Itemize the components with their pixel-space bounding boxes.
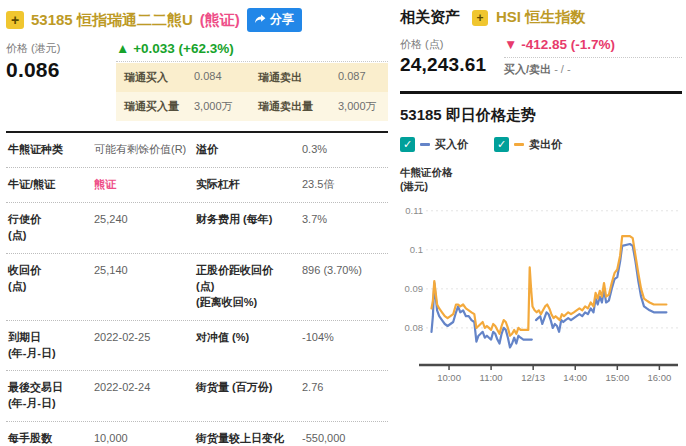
table-row: 收回价 (点)25,140正股价距收回价 (点) (距离收回%)896 (3.7… <box>6 254 388 321</box>
up-triangle-icon: ▲ <box>116 41 129 56</box>
legend-line-swatch <box>420 143 430 146</box>
table-row: 牛熊证种类可能有剩馀价值(R)溢价0.3% <box>6 133 388 168</box>
bid-ask-value: - / - <box>554 63 571 75</box>
legend-label: 买入价 <box>435 137 468 152</box>
warrant-price: 价格 (港元) 0.086 <box>6 41 116 121</box>
table-cell-l2: 街货量较上日变化 (份) <box>196 431 302 446</box>
legend-line-swatch <box>514 143 524 146</box>
table-cell-l1: 行使价 (点) <box>8 212 94 244</box>
intraday-chart: 0.080.090.10.1110:0011:0012/1314:0015:00… <box>400 195 682 395</box>
separator <box>116 61 388 62</box>
separator <box>504 57 682 58</box>
share-arrow-icon <box>254 14 266 25</box>
table-cell-v2: 2.76 <box>302 380 388 412</box>
table-cell-v1: 2022-02-25 <box>94 330 196 362</box>
section-divider <box>400 91 682 94</box>
asset-title: HSI 恒生指数 <box>496 8 585 27</box>
asset-bid-ask: 买入/卖出 - / - <box>504 62 682 77</box>
warrant-quote-page: + 53185 恒指瑞通二二熊U (熊证) 分享 价格 (港元) 0.086 ▲… <box>0 0 686 446</box>
add-watchlist-icon[interactable]: + <box>6 11 24 29</box>
table-cell-l1: 最後交易日 (年-月-日) <box>8 380 94 412</box>
table-cell-v1: 2022-02-24 <box>94 380 196 412</box>
warrant-header: + 53185 恒指瑞通二二熊U (熊证) 分享 <box>6 8 388 32</box>
svg-text:0.08: 0.08 <box>405 322 424 333</box>
table-cell-l1: 牛熊证种类 <box>8 142 94 158</box>
asset-last-price: 24,243.61 <box>400 54 504 76</box>
related-asset-label: 相关资产 <box>400 8 460 27</box>
table-cell-l1: 到期日 (年-月-日) <box>8 330 94 362</box>
svg-text:14:00: 14:00 <box>563 372 587 383</box>
table-cell-v1: 熊证 <box>94 177 196 193</box>
warrant-change-and-quote: ▲ +0.033 (+62.3%) 瑞通买入 0.084 瑞通卖出 0.087 … <box>116 41 388 121</box>
table-cell-l1: 每手股数 <box>8 431 94 446</box>
table-cell-v2: -104% <box>302 330 388 362</box>
bid-ask-label: 买入/卖出 <box>504 63 551 75</box>
table-cell-v2: -550,000 <box>302 431 388 446</box>
chart-y-axis-title: 牛熊证价格 (港元) <box>400 166 682 193</box>
issuer-ask-label: 瑞通卖出 <box>258 70 338 85</box>
price-unit-label: 价格 (港元) <box>6 41 116 56</box>
table-cell-l2: 财务费用 (每年) <box>196 212 302 244</box>
issuer-bid-vol-value: 3,000万 <box>194 99 258 114</box>
table-cell-v1: 25,240 <box>94 212 196 244</box>
issuer-ask-vol-label: 瑞通卖出量 <box>258 99 338 114</box>
svg-text:12/13: 12/13 <box>521 372 545 383</box>
table-cell-v2: 23.5倍 <box>302 177 388 193</box>
table-cell-l2: 街货量 (百万份) <box>196 380 302 412</box>
table-cell-l2: 正股价距收回价 (点) (距离收回%) <box>196 263 302 311</box>
warrant-type-tag: (熊证) <box>200 11 240 30</box>
table-cell-v2: 0.3% <box>302 142 388 158</box>
legend-label: 卖出价 <box>529 137 562 152</box>
down-triangle-icon: ▼ <box>504 37 517 52</box>
change-value: +0.033 (+62.3%) <box>133 41 234 56</box>
warrant-price-block: 价格 (港元) 0.086 ▲ +0.033 (+62.3%) 瑞通买入 0.0… <box>6 41 388 121</box>
table-cell-l2: 对冲值 (%) <box>196 330 302 362</box>
svg-text:0.11: 0.11 <box>405 205 423 216</box>
table-cell-l2: 实际杠杆 <box>196 177 302 193</box>
svg-text:11:00: 11:00 <box>480 372 503 383</box>
warrant-panel: + 53185 恒指瑞通二二熊U (熊证) 分享 价格 (港元) 0.086 ▲… <box>6 8 388 446</box>
asset-price-block: 价格 (点) 24,243.61 ▼ -412.85 (-1.7%) 买入/卖出… <box>400 37 682 77</box>
table-row: 牛证/熊证熊证实际杠杆23.5倍 <box>6 168 388 203</box>
issuer-ask-vol-value: 3,000万 <box>338 99 380 114</box>
quote-row-volume: 瑞通买入量 3,000万 瑞通卖出量 3,000万 <box>116 92 388 121</box>
table-cell-l1: 牛证/熊证 <box>8 177 94 193</box>
table-cell-v2: 896 (3.70%) <box>302 263 388 311</box>
asset-price: 价格 (点) 24,243.61 <box>400 37 504 77</box>
price-line-chart[interactable]: 0.080.090.10.1110:0011:0012/1314:0015:00… <box>400 195 682 391</box>
svg-text:10:00: 10:00 <box>437 372 461 383</box>
svg-text:16:00: 16:00 <box>647 372 671 383</box>
warrant-details-table: 牛熊证种类可能有剩馀价值(R)溢价0.3%牛证/熊证熊证实际杠杆23.5倍行使价… <box>6 131 388 446</box>
table-cell-l2: 溢价 <box>196 142 302 158</box>
legend-toggle-ask[interactable]: ✓卖出价 <box>494 137 562 152</box>
table-row: 到期日 (年-月-日)2022-02-25对冲值 (%)-104% <box>6 321 388 372</box>
svg-text:0.09: 0.09 <box>405 283 424 294</box>
legend-toggle-bid[interactable]: ✓买入价 <box>400 137 468 152</box>
checkbox-icon: ✓ <box>400 137 415 152</box>
price-unit-label: 价格 (点) <box>400 37 504 52</box>
last-price: 0.086 <box>6 58 116 82</box>
chart-title: 53185 即日价格走势 <box>400 106 682 125</box>
related-asset-header: 相关资产 + HSI 恒生指数 <box>400 8 682 27</box>
table-row: 最後交易日 (年-月-日)2022-02-24街货量 (百万份)2.76 <box>6 371 388 422</box>
share-button[interactable]: 分享 <box>247 8 302 32</box>
asset-change-value: -412.85 (-1.7%) <box>521 37 615 52</box>
table-cell-v2: 3.7% <box>302 212 388 244</box>
issuer-bid-value: 0.084 <box>194 70 258 85</box>
asset-price-change: ▼ -412.85 (-1.7%) <box>504 37 682 52</box>
table-row: 每手股数10,000街货量较上日变化 (份)-550,000 <box>6 422 388 446</box>
share-label: 分享 <box>270 11 294 28</box>
warrant-title: 53185 恒指瑞通二二熊U <box>31 11 193 30</box>
table-cell-v1: 25,140 <box>94 263 196 311</box>
issuer-bid-vol-label: 瑞通买入量 <box>124 99 194 114</box>
issuer-bid-label: 瑞通买入 <box>124 70 194 85</box>
chart-legend: ✓买入价✓卖出价 <box>400 137 682 152</box>
table-row: 行使价 (点)25,240财务费用 (每年)3.7% <box>6 203 388 254</box>
table-cell-v1: 10,000 <box>94 431 196 446</box>
checkbox-icon: ✓ <box>494 137 509 152</box>
add-watchlist-icon[interactable]: + <box>472 10 488 26</box>
table-cell-l1: 收回价 (点) <box>8 263 94 311</box>
price-change: ▲ +0.033 (+62.3%) <box>116 41 388 56</box>
svg-text:15:00: 15:00 <box>605 372 629 383</box>
asset-change-block: ▼ -412.85 (-1.7%) 买入/卖出 - / - <box>504 37 682 77</box>
